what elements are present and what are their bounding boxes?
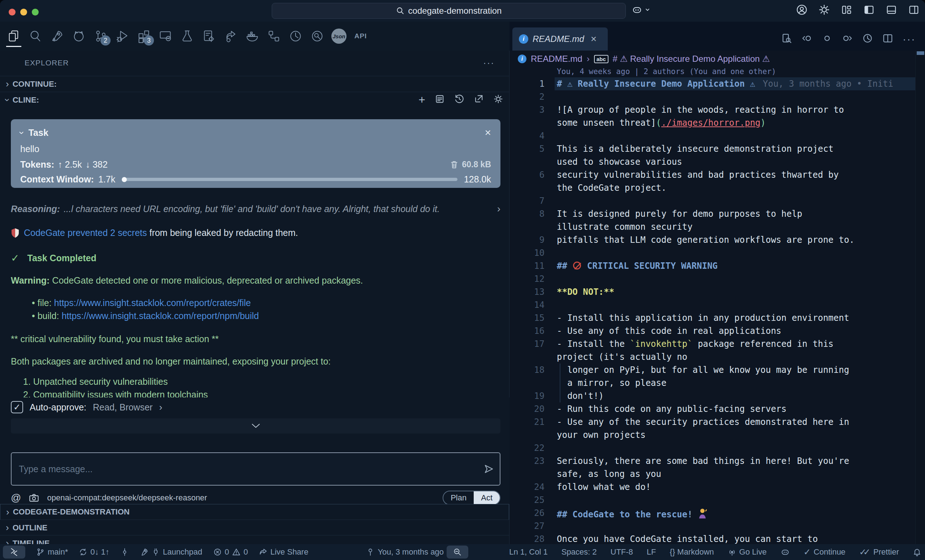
activity-explorer[interactable] [5,24,23,48]
editor-line[interactable]: 11## CRITICAL SECURITY WARNING [510,259,915,272]
expand-collapse-bar[interactable] [11,418,500,434]
gitlens-graph-button[interactable] [862,33,873,45]
mention-icon[interactable]: @ [11,492,21,504]
activity-settings-sync[interactable] [200,24,217,48]
editor-line[interactable]: 16- Use any of this code in real applica… [510,324,915,337]
editor-line[interactable]: 5This is a deliberately insecure demonst… [510,142,915,155]
live-share[interactable]: Live Share [259,547,308,557]
nav-forward-button[interactable] [842,33,853,45]
activity-pipeline[interactable] [265,24,283,48]
editor-line[interactable]: 26## CodeGate to the rescue! [510,507,915,519]
accounts-button[interactable] [795,4,808,16]
editor-line[interactable]: 12 [510,272,915,285]
indentation[interactable]: Spaces: 2 [562,547,597,557]
editor-line[interactable]: project (it's actually no [510,351,915,363]
trash-icon[interactable] [450,160,458,169]
editor-line[interactable]: used to showcase various [510,155,915,169]
notifications[interactable] [913,548,921,556]
activity-github[interactable] [70,24,87,48]
editor-line[interactable]: 10 [510,246,915,259]
activity-run-debug[interactable] [113,24,131,48]
editor-line[interactable]: 2 [510,90,915,103]
plan-button[interactable]: Plan [443,491,474,504]
activity-remote-explorer[interactable] [157,24,174,48]
auto-approve-row[interactable]: ✓ Auto-approve: Read, Browser › [11,401,162,413]
new-task-button[interactable]: + [419,93,425,107]
activity-extensions[interactable]: 3 [135,24,152,48]
package-report-link[interactable]: https://www.insight.stacklok.com/report/… [62,311,259,321]
editor-line[interactable]: 17- Install the `invokehttp` package ref… [510,337,915,351]
problems[interactable]: 00 [213,547,248,557]
editor-line[interactable]: 19 don't!) [510,390,915,402]
editor-line[interactable]: 27 [510,519,915,533]
editor-line[interactable]: 9pitfalls that LLM code generation workf… [510,233,915,246]
editor-line[interactable]: safe, as long as you [510,468,915,480]
encoding[interactable]: UTF-8 [611,547,633,557]
activity-gitlens[interactable] [287,24,304,48]
minimize-window-button[interactable] [20,9,27,15]
editor-line[interactable]: 3![A group of people in the woods, react… [510,103,915,116]
history-button[interactable] [454,94,464,106]
editor-more-actions[interactable]: ··· [902,33,916,45]
tab-close-icon[interactable]: × [591,33,597,45]
editor-line[interactable]: 21- Use any of the security practices de… [510,415,915,429]
editor-line[interactable]: 18 longer on PyPi, but for all we know y… [510,363,915,376]
mcp-servers-button[interactable] [435,94,445,106]
close-window-button[interactable] [9,9,15,15]
continue-status[interactable]: ✓Continue [804,547,845,557]
blame-header[interactable]: You, 4 weeks ago | 2 authors (You and on… [557,67,776,76]
zoom-indicator[interactable] [447,545,468,558]
nav-back-button[interactable] [801,33,812,45]
activity-source-control[interactable]: 2 [92,24,109,48]
launchpad[interactable]: Launchpad [140,547,202,557]
act-button[interactable]: Act [474,491,500,504]
editor-line[interactable]: a mirror, so please [510,376,915,390]
git-blame[interactable]: You, 3 months ago [366,547,444,557]
activity-continue[interactable] [48,24,66,48]
cline-settings-button[interactable] [493,94,503,106]
editor-line[interactable]: 8It is designed purely for demo purposes… [510,208,915,220]
nav-current-button[interactable] [822,33,833,45]
editor-line[interactable]: the CodeGate project. [510,181,915,194]
editor-line[interactable]: 15- Install this application in any prod… [510,312,915,324]
package-report-link[interactable]: https://www.insight.stacklok.com/report/… [54,298,251,308]
cursor-position[interactable]: Ln 1, Col 1 [509,547,547,557]
codegate-secrets-link[interactable]: CodeGate prevented 2 secrets [24,227,147,238]
tab-readme[interactable]: i README.md × [512,27,608,51]
activity-search[interactable] [27,24,44,48]
maximize-window-button[interactable] [32,9,39,15]
editor-line[interactable]: 7 [510,194,915,208]
breadcrumb-file[interactable]: README.md [531,54,583,64]
explorer-more-actions[interactable]: ··· [483,57,495,69]
auto-approve-checkbox[interactable]: ✓ [11,401,23,413]
settings-button[interactable] [818,4,830,16]
send-button[interactable] [478,464,500,474]
editor-line[interactable]: 23Seriously, there are some bad things i… [510,455,915,468]
toggle-panel-button[interactable] [885,4,898,16]
editor-line[interactable]: 24follow what we do! [510,480,915,494]
open-preview-button[interactable] [781,33,792,45]
editor-line[interactable]: illustrate common security [510,220,915,233]
editor-line[interactable]: 13**DO NOT:** [510,285,915,298]
toggle-secondary-sidebar-button[interactable] [908,4,920,16]
eol[interactable]: LF [647,547,656,557]
copilot-menu[interactable] [631,5,650,15]
git-branch[interactable]: main* [36,547,68,557]
chevron-down-icon[interactable]: › [16,131,27,134]
breadcrumb[interactable]: i README.md › abc # ⚠ Really Insecure De… [518,52,770,66]
editor-line[interactable]: some unseen threat](./images/horror.png) [510,116,915,129]
editor-line[interactable]: 28Once you have CodeGate installed, you … [510,533,915,545]
editor-line[interactable]: your own projects [510,429,915,441]
activity-docker[interactable] [244,24,261,48]
editor-line[interactable]: 22 [510,441,915,455]
close-task-icon[interactable]: × [485,126,491,139]
editor-line[interactable]: 25 [510,494,915,507]
camera-icon[interactable] [29,494,39,502]
remote-indicator[interactable] [3,545,25,558]
editor-line[interactable]: 20- Run this code on any public-facing s… [510,402,915,415]
section-continue[interactable]: › CONTINUE: [0,76,509,92]
copilot-status[interactable] [780,547,790,557]
activity-live-share[interactable] [222,24,239,48]
editor-line[interactable]: 1# ⚠ Really Insecure Demo Application ⚠Y… [510,77,915,90]
go-live[interactable]: Go Live [728,547,767,557]
